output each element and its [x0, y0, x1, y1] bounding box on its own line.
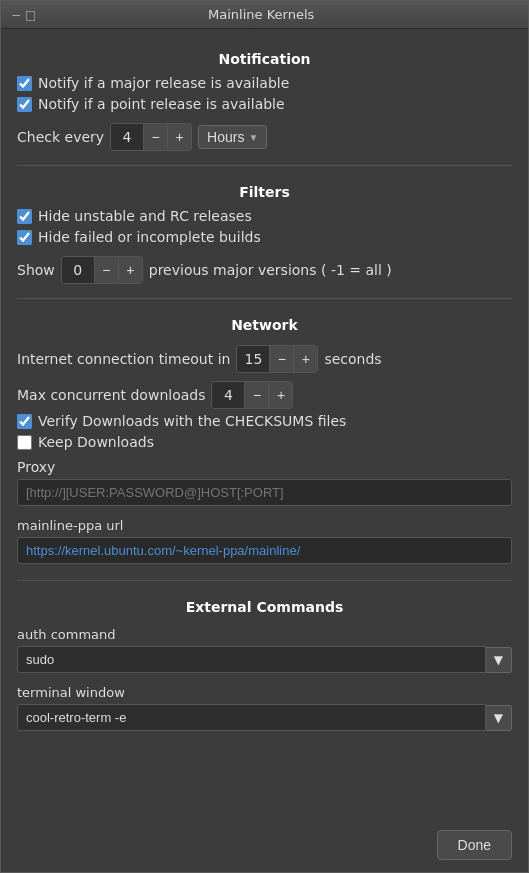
verify-downloads-label: Verify Downloads with the CHECKSUMS file… [38, 413, 346, 429]
maximize-icon[interactable]: □ [25, 8, 36, 22]
hide-unstable-row: Hide unstable and RC releases [17, 208, 512, 224]
timeout-spinner: 15 − + [236, 345, 318, 373]
max-dl-plus[interactable]: + [268, 382, 292, 408]
verify-downloads-row: Verify Downloads with the CHECKSUMS file… [17, 413, 512, 429]
show-versions-minus[interactable]: − [94, 257, 118, 283]
max-dl-value: 4 [212, 385, 244, 405]
timeout-unit: seconds [324, 351, 381, 367]
proxy-label: Proxy [17, 459, 512, 475]
window-title: Mainline Kernels [36, 7, 486, 22]
check-every-value: 4 [111, 127, 143, 147]
external-commands-header: External Commands [17, 599, 512, 615]
show-versions-row: Show 0 − + previous major versions ( -1 … [17, 256, 512, 284]
verify-downloads-checkbox[interactable] [17, 414, 32, 429]
divider-3 [17, 580, 512, 581]
hide-unstable-label: Hide unstable and RC releases [38, 208, 252, 224]
footer: Done [1, 822, 528, 872]
terminal-window-label: terminal window [17, 685, 512, 700]
hours-dropdown-arrow: ▼ [248, 132, 258, 143]
auth-command-label: auth command [17, 627, 512, 642]
keep-downloads-row: Keep Downloads [17, 434, 512, 450]
show-versions-value: 0 [62, 260, 94, 280]
terminal-window-arrow[interactable]: ▼ [486, 705, 512, 731]
proxy-input[interactable] [17, 479, 512, 506]
show-versions-spinner: 0 − + [61, 256, 143, 284]
hide-failed-row: Hide failed or incomplete builds [17, 229, 512, 245]
prev-versions-label: previous major versions ( -1 = all ) [149, 262, 392, 278]
max-dl-row: Max concurrent downloads 4 − + [17, 381, 512, 409]
timeout-minus[interactable]: − [269, 346, 293, 372]
notify-point-checkbox[interactable] [17, 97, 32, 112]
show-label: Show [17, 262, 55, 278]
timeout-value: 15 [237, 349, 269, 369]
auth-command-row: sudo pkexec su ▼ [17, 646, 512, 673]
show-versions-plus[interactable]: + [118, 257, 142, 283]
check-every-minus[interactable]: − [143, 124, 167, 150]
timeout-plus[interactable]: + [293, 346, 317, 372]
divider-1 [17, 165, 512, 166]
done-button[interactable]: Done [437, 830, 512, 860]
check-every-row: Check every 4 − + Hours ▼ [17, 123, 512, 151]
titlebar: − □ Mainline Kernels [1, 1, 528, 29]
divider-2 [17, 298, 512, 299]
content-area: Notification Notify if a major release i… [1, 29, 528, 822]
keep-downloads-label: Keep Downloads [38, 434, 154, 450]
auth-command-arrow[interactable]: ▼ [486, 647, 512, 673]
check-every-plus[interactable]: + [167, 124, 191, 150]
notify-major-row: Notify if a major release is available [17, 75, 512, 91]
notify-major-label: Notify if a major release is available [38, 75, 289, 91]
minimize-icon[interactable]: − [11, 8, 21, 22]
notify-point-row: Notify if a point release is available [17, 96, 512, 112]
max-dl-label: Max concurrent downloads [17, 387, 205, 403]
timeout-label: Internet connection timeout in [17, 351, 230, 367]
window-controls: − □ [11, 8, 36, 22]
terminal-window-select[interactable]: cool-retro-term -e xterm -e gnome-termin… [17, 704, 486, 731]
hours-dropdown[interactable]: Hours ▼ [198, 125, 267, 149]
ppa-label: mainline-ppa url [17, 518, 512, 533]
timeout-row: Internet connection timeout in 15 − + se… [17, 345, 512, 373]
hide-failed-label: Hide failed or incomplete builds [38, 229, 261, 245]
check-every-label: Check every [17, 129, 104, 145]
notification-header: Notification [17, 51, 512, 67]
terminal-window-row: cool-retro-term -e xterm -e gnome-termin… [17, 704, 512, 731]
max-dl-spinner: 4 − + [211, 381, 293, 409]
auth-command-select[interactable]: sudo pkexec su [17, 646, 486, 673]
check-every-spinner: 4 − + [110, 123, 192, 151]
max-dl-minus[interactable]: − [244, 382, 268, 408]
keep-downloads-checkbox[interactable] [17, 435, 32, 450]
ppa-input[interactable] [17, 537, 512, 564]
hours-label: Hours [207, 129, 244, 145]
main-window: − □ Mainline Kernels Notification Notify… [0, 0, 529, 873]
network-header: Network [17, 317, 512, 333]
hide-failed-checkbox[interactable] [17, 230, 32, 245]
notify-point-label: Notify if a point release is available [38, 96, 285, 112]
notify-major-checkbox[interactable] [17, 76, 32, 91]
hide-unstable-checkbox[interactable] [17, 209, 32, 224]
filters-header: Filters [17, 184, 512, 200]
